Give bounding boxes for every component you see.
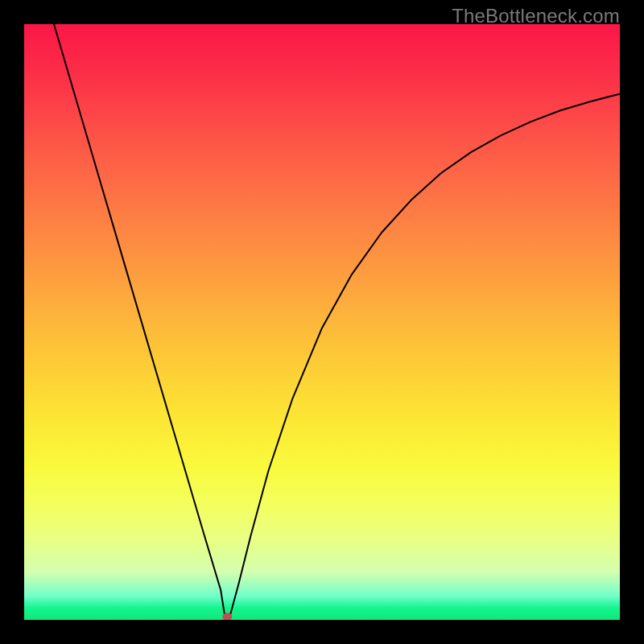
plot-area (24, 24, 620, 620)
svg-point-0 (222, 613, 232, 620)
chart-container: TheBottleneck.com (0, 0, 644, 644)
minimum-marker (24, 24, 620, 620)
